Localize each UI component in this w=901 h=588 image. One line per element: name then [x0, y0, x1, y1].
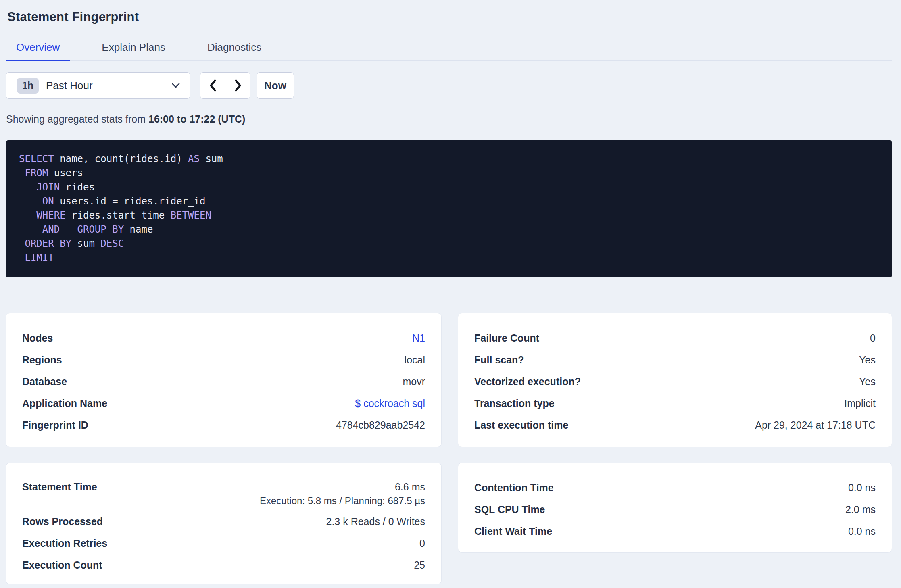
grid-row-gap — [6, 447, 892, 463]
row-value-group: 25 — [414, 559, 425, 571]
card-row: Rows Processed2.3 k Reads / 0 Writes — [22, 511, 425, 532]
sql-text: sum — [200, 153, 223, 165]
sql-keyword: DESC — [100, 238, 124, 249]
tab-explain-plans[interactable]: Explain Plans — [91, 36, 176, 61]
sql-line: ON users.id = rides.rider_id — [19, 194, 879, 209]
sql-keyword: JOIN — [36, 181, 60, 193]
card-row: Client Wait Time0.0 ns — [474, 520, 876, 542]
sql-keyword: SELECT — [19, 153, 54, 165]
sql-line: FROM users — [19, 166, 879, 180]
row-value: 4784cb829aab2542 — [336, 419, 425, 431]
row-value-group: $ cockroach sql — [355, 398, 425, 409]
row-value-group: Implicit — [844, 398, 876, 409]
card-row: Databasemovr — [22, 371, 425, 392]
row-label: Execution Retries — [22, 538, 107, 549]
sql-line: ORDER BY sum DESC — [19, 237, 879, 251]
stats-line-prefix: Showing aggregated stats from — [6, 113, 148, 125]
row-label: Execution Count — [22, 559, 102, 571]
tab-bar: OverviewExplain PlansDiagnostics — [6, 36, 892, 61]
sql-text — [19, 167, 25, 179]
time-range-dropdown[interactable]: 1h Past Hour — [6, 72, 190, 99]
row-value-group: movr — [403, 376, 425, 388]
row-value: 6.6 ms — [395, 481, 425, 493]
sql-text: users.id = rides.rider_id — [54, 196, 206, 207]
previous-interval-button[interactable] — [200, 73, 225, 98]
sql-statement-box: SELECT name, count(rides.id) AS sum FROM… — [6, 140, 892, 277]
sql-keyword: AS — [188, 153, 200, 165]
sql-line: AND _ GROUP BY name — [19, 223, 879, 237]
row-label: Database — [22, 376, 67, 388]
sql-text — [19, 210, 36, 221]
sql-text: rides.start_time — [66, 210, 171, 221]
row-value-group: N1 — [412, 332, 425, 344]
card-row: SQL CPU Time2.0 ms — [474, 498, 876, 520]
sql-text — [19, 196, 42, 207]
sql-text — [19, 181, 36, 193]
sql-keyword: WHERE — [36, 210, 65, 221]
sql-keyword: LIMIT — [25, 252, 54, 263]
row-label: Regions — [22, 354, 62, 366]
card-statement-details: NodesN1RegionslocalDatabasemovrApplicati… — [6, 313, 442, 447]
row-value-group: 0 — [870, 332, 876, 344]
sql-keyword: FROM — [25, 167, 48, 179]
card-row: Execution Count25 — [22, 554, 425, 576]
row-value: 25 — [414, 559, 425, 571]
tab-overview[interactable]: Overview — [6, 36, 70, 61]
card-row: Contention Time0.0 ns — [474, 477, 876, 498]
row-value: Apr 29, 2024 at 17:18 UTC — [755, 419, 876, 431]
sql-text — [19, 238, 25, 249]
row-value: 0.0 ns — [848, 482, 876, 494]
row-value-group: 6.6 msExecution: 5.8 ms / Planning: 687.… — [260, 481, 425, 507]
card-execution-attributes: Failure Count0Full scan?YesVectorized ex… — [458, 313, 892, 447]
sql-text: name — [124, 224, 153, 235]
time-step-buttons — [200, 72, 250, 99]
row-value: 2.3 k Reads / 0 Writes — [326, 516, 425, 528]
row-value-group: Yes — [859, 376, 876, 388]
row-value-group: local — [405, 354, 425, 366]
card-row: Application Name$ cockroach sql — [22, 392, 425, 414]
chevron-left-icon — [209, 79, 217, 92]
card-row: Fingerprint ID4784cb829aab2542 — [22, 414, 425, 436]
stats-line-range: 16:00 to 17:22 (UTC) — [148, 113, 245, 125]
sql-keyword: AND — [42, 224, 60, 235]
card-wait-times: Contention Time0.0 nsSQL CPU Time2.0 msC… — [458, 463, 892, 553]
next-interval-button[interactable] — [225, 73, 250, 98]
card-row: Transaction typeImplicit — [474, 392, 876, 414]
card-row: Vectorized execution?Yes — [474, 371, 876, 392]
card-row: Execution Retries0 — [22, 532, 425, 554]
row-label: Statement Time — [22, 481, 97, 493]
now-button[interactable]: Now — [257, 72, 294, 99]
statement-fingerprint-page: Statement Fingerprint OverviewExplain Pl… — [0, 0, 901, 584]
sql-line: JOIN rides — [19, 180, 879, 194]
sql-keyword: GROUP BY — [77, 224, 124, 235]
card-row: Failure Count0 — [474, 327, 876, 349]
row-label: Nodes — [22, 332, 53, 344]
tab-diagnostics[interactable]: Diagnostics — [197, 36, 272, 61]
card-row: Last execution timeApr 29, 2024 at 17:18… — [474, 414, 876, 436]
row-value: Implicit — [844, 398, 876, 409]
row-value-link[interactable]: N1 — [412, 332, 425, 344]
sql-text: sum — [71, 238, 100, 249]
row-label: Last execution time — [474, 419, 568, 431]
row-label: Vectorized execution? — [474, 376, 581, 388]
sql-text: _ — [60, 224, 77, 235]
row-value-link[interactable]: $ cockroach sql — [355, 398, 425, 409]
sql-keyword: ON — [42, 196, 54, 207]
sql-line: SELECT name, count(rides.id) AS sum — [19, 152, 879, 166]
row-label: Client Wait Time — [474, 525, 552, 537]
page-title: Statement Fingerprint — [6, 0, 892, 24]
summary-cards-grid: NodesN1RegionslocalDatabasemovrApplicati… — [6, 313, 892, 584]
row-value-group: Yes — [859, 354, 876, 366]
row-value-group: Apr 29, 2024 at 17:18 UTC — [755, 419, 876, 431]
sql-keyword: ORDER BY — [25, 238, 71, 249]
row-value-group: 4784cb829aab2542 — [336, 419, 425, 431]
row-label: Rows Processed — [22, 516, 103, 528]
row-value-subtext: Execution: 5.8 ms / Planning: 687.5 µs — [260, 495, 425, 507]
card-row: Full scan?Yes — [474, 349, 876, 371]
row-value: Yes — [859, 354, 876, 366]
row-value: 0 — [870, 332, 876, 344]
sql-text: name, count(rides.id) — [54, 153, 188, 165]
row-label: Contention Time — [474, 482, 554, 494]
row-value-group: 2.3 k Reads / 0 Writes — [326, 516, 425, 528]
row-value: Yes — [859, 376, 876, 388]
